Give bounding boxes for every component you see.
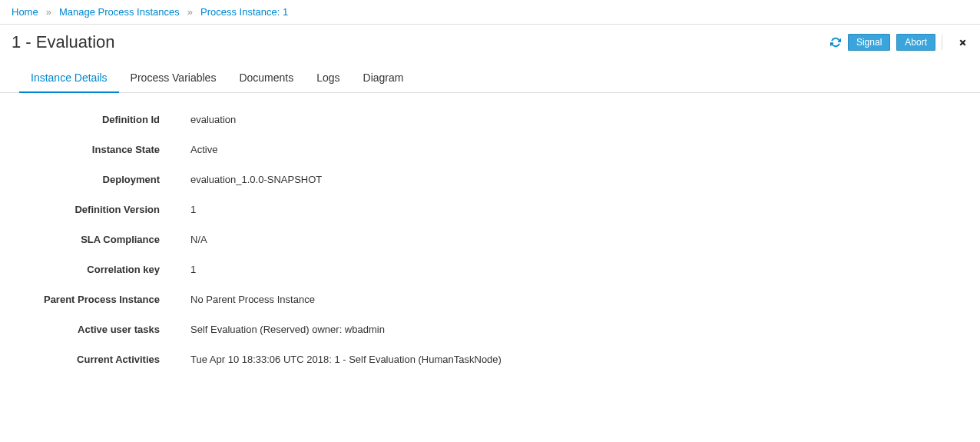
- instance-details-panel: Definition Id evaluation Instance State …: [0, 93, 949, 386]
- close-icon[interactable]: [956, 36, 968, 48]
- field-correlation-key: Correlation key 1: [0, 254, 949, 284]
- tab-instance-details[interactable]: Instance Details: [19, 64, 119, 93]
- label-correlation-key: Correlation key: [0, 264, 167, 275]
- label-instance-state: Instance State: [0, 144, 167, 155]
- breadcrumb-manage[interactable]: Manage Process Instances: [59, 6, 180, 18]
- field-instance-state: Instance State Active: [0, 135, 949, 165]
- signal-button[interactable]: Signal: [848, 34, 890, 51]
- breadcrumb-separator: »: [46, 6, 51, 18]
- value-current-activities: Tue Apr 10 18:33:06 UTC 2018: 1 - Self E…: [167, 354, 949, 365]
- field-definition-id: Definition Id evaluation: [0, 105, 949, 135]
- tab-documents[interactable]: Documents: [227, 64, 305, 93]
- label-definition-id: Definition Id: [0, 114, 167, 125]
- value-instance-state: Active: [167, 144, 949, 155]
- tab-process-variables[interactable]: Process Variables: [119, 64, 228, 93]
- breadcrumb: Home » Manage Process Instances » Proces…: [0, 0, 980, 24]
- tab-diagram[interactable]: Diagram: [352, 64, 416, 93]
- field-parent-process-instance: Parent Process Instance No Parent Proces…: [0, 284, 949, 314]
- value-definition-id: evaluation: [167, 114, 949, 125]
- label-active-user-tasks: Active user tasks: [0, 324, 167, 335]
- label-sla-compliance: SLA Compliance: [0, 234, 167, 245]
- breadcrumb-current[interactable]: Process Instance: 1: [200, 6, 288, 18]
- value-active-user-tasks: Self Evaluation (Reserved) owner: wbadmi…: [167, 324, 949, 335]
- label-deployment: Deployment: [0, 174, 167, 185]
- value-correlation-key: 1: [167, 264, 949, 275]
- abort-button[interactable]: Abort: [896, 34, 935, 51]
- field-deployment: Deployment evaluation_1.0.0-SNAPSHOT: [0, 165, 949, 194]
- header-actions: Signal Abort: [829, 34, 968, 51]
- field-current-activities: Current Activities Tue Apr 10 18:33:06 U…: [0, 344, 949, 374]
- value-parent-process-instance: No Parent Process Instance: [167, 294, 949, 305]
- value-definition-version: 1: [167, 204, 949, 215]
- value-sla-compliance: N/A: [167, 234, 949, 245]
- value-deployment: evaluation_1.0.0-SNAPSHOT: [167, 174, 949, 185]
- page-title: 1 - Evaluation: [12, 32, 115, 52]
- separator: [942, 35, 942, 50]
- tabs: Instance Details Process Variables Docum…: [0, 64, 980, 93]
- field-sla-compliance: SLA Compliance N/A: [0, 224, 949, 254]
- breadcrumb-separator: »: [187, 6, 193, 18]
- label-parent-process-instance: Parent Process Instance: [0, 294, 167, 305]
- field-active-user-tasks: Active user tasks Self Evaluation (Reser…: [0, 314, 949, 344]
- label-definition-version: Definition Version: [0, 204, 167, 215]
- refresh-icon[interactable]: [829, 36, 842, 48]
- field-definition-version: Definition Version 1: [0, 194, 949, 224]
- breadcrumb-home[interactable]: Home: [12, 6, 38, 18]
- header: 1 - Evaluation Signal Abort: [0, 25, 980, 60]
- label-current-activities: Current Activities: [0, 354, 167, 365]
- tab-logs[interactable]: Logs: [305, 64, 351, 93]
